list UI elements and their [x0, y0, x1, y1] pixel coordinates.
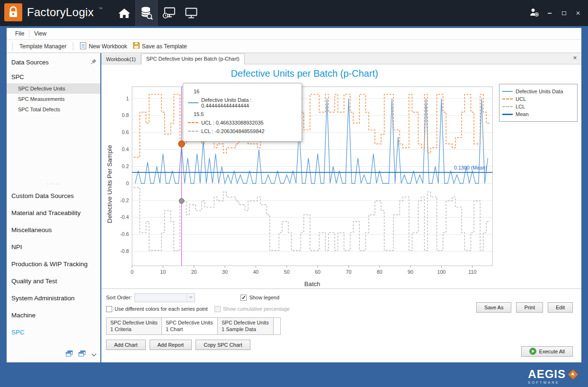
use-different-colors-label: Use different colors for each series poi…	[115, 306, 208, 312]
category-material-traceability[interactable]: Material and Traceability	[7, 205, 100, 222]
category-spc[interactable]: SPC	[7, 324, 100, 341]
aegis-tagline: SOFTWARE	[528, 381, 560, 384]
add-report-button[interactable]: Add Report	[150, 340, 192, 350]
edit-button[interactable]: Edit	[548, 302, 573, 313]
close-button[interactable]: ✕	[575, 9, 581, 17]
category-machine[interactable]: Machine	[7, 307, 100, 324]
tooltip-lcl-row: LCL : -0.206304848559842	[188, 128, 297, 134]
tooltip-ucl-row: UCL : 0.466333088932035	[188, 120, 297, 126]
tab-spc-chart[interactable]: SPC Defective Units per Batch (p-Chart)	[141, 54, 245, 64]
monitor-icon[interactable]	[180, 0, 202, 26]
svg-text:1: 1	[126, 95, 129, 101]
add-buttons-row: Add Chart Add Report Copy SPC Chart	[106, 340, 577, 350]
subtab-stub	[274, 317, 281, 335]
data-sources-panel: Data Sources SPC SPC Defective Units SPC…	[7, 53, 100, 362]
footer: AEGIS SOFTWARE	[7, 362, 581, 387]
show-legend-label: Show legend	[249, 295, 279, 300]
titlebar: FactoryLogix ™	[0, 0, 588, 26]
legend-item: Mean	[502, 111, 574, 117]
svg-text:0.6: 0.6	[122, 129, 129, 135]
tooltip-line-sample	[188, 102, 198, 103]
content-area: Data Sources SPC SPC Defective Units SPC…	[7, 53, 581, 362]
toolbar-grip	[73, 42, 73, 51]
sort-order-label: Sort Order:	[106, 295, 132, 300]
legend-item: LCL	[502, 104, 574, 109]
subtab-chart[interactable]: SPC Defective Units 1 Chart	[162, 317, 218, 335]
spc-chart-plot[interactable]: -0.8-0.6-0.4-0.200.20.40.60.810102030405…	[115, 80, 497, 288]
new-workbook-button[interactable]: New Workbook	[77, 41, 130, 52]
tooltip-x-value: 16	[188, 89, 297, 94]
factorylogix-window: FactoryLogix ™	[0, 0, 588, 387]
tooltip-line-sample	[188, 122, 198, 123]
cascade-windows-icon[interactable]	[66, 350, 73, 359]
sidebar-item-spc-measurements[interactable]: SPC Measurements	[7, 94, 100, 104]
sidebar-section-spc[interactable]: SPC	[7, 70, 100, 83]
execute-icon	[529, 348, 536, 356]
svg-text:0.2: 0.2	[122, 163, 129, 169]
svg-text:0.8: 0.8	[122, 112, 129, 118]
use-different-colors-checkbox[interactable]	[106, 306, 112, 312]
app-title: FactoryLogix	[27, 6, 94, 19]
sidebar-item-spc-total-defects[interactable]: SPC Total Defects	[7, 104, 100, 115]
minimize-button[interactable]	[546, 9, 553, 17]
svg-text:30: 30	[222, 269, 228, 275]
svg-text:-0.2: -0.2	[120, 197, 129, 203]
titlebar-nav	[113, 0, 202, 26]
subtab-sample-data[interactable]: SPC Defective Units 1 Sample Data	[218, 317, 274, 335]
save-as-template-button[interactable]: Save as Template	[130, 41, 190, 52]
sidebar-header: Data Sources	[7, 53, 100, 70]
svg-text:40: 40	[253, 269, 258, 275]
splitter-handle[interactable]: ······	[7, 180, 100, 188]
add-chart-button[interactable]: Add Chart	[106, 340, 146, 350]
sidebar-title: Data Sources	[11, 59, 49, 66]
tab-workbook[interactable]: Workbook(1)	[101, 54, 141, 64]
station-monitor-clock-icon[interactable]	[158, 0, 180, 26]
category-quality-and-test[interactable]: Quality and Test	[7, 273, 100, 290]
tooltip-series-row: Defective Units Data : 0.444444444444444	[188, 97, 297, 108]
legend-line-sample	[502, 91, 513, 92]
svg-text:70: 70	[346, 269, 351, 275]
save-as-button[interactable]: Save As	[476, 302, 511, 313]
chart-title: Defective Units per Batch (p-Chart)	[116, 68, 493, 79]
trademark: ™	[98, 7, 103, 11]
maximize-button[interactable]	[561, 9, 567, 17]
subtab-criteria[interactable]: SPC Defective Units 1 Criteria	[106, 317, 162, 335]
aegis-brand-text: AEGIS	[528, 369, 566, 380]
y-axis-title: Defective Units Per Sample	[104, 80, 115, 288]
svg-text:-0.4: -0.4	[120, 214, 129, 220]
show-legend-checkbox[interactable]	[241, 295, 247, 301]
category-npi[interactable]: NPI	[7, 239, 100, 256]
execute-all-button[interactable]: Execute All	[521, 346, 573, 357]
print-button[interactable]: Print	[516, 302, 543, 313]
svg-text:100: 100	[437, 269, 445, 275]
pin-icon[interactable]	[91, 59, 97, 66]
tab-close-icon[interactable]: ✕	[573, 55, 577, 61]
document-tabstrip: Workbook(1) SPC Defective Units per Batc…	[101, 53, 581, 64]
chevron-down-icon[interactable]	[91, 350, 97, 359]
category-custom-data-sources[interactable]: Custom Data Sources	[7, 188, 100, 205]
template-manager-button[interactable]: Template Manager	[17, 42, 69, 51]
show-cumulative-label: Show cumulative percentage	[223, 306, 290, 312]
chart-region: Defective Units Per Sample -0.8-0.6-0.4-…	[101, 80, 581, 288]
category-miscellaneous[interactable]: Miscellaneous	[7, 222, 100, 239]
factorylogix-logo	[4, 3, 22, 23]
sidebar-item-spc-defective-units[interactable]: SPC Defective Units	[7, 83, 100, 94]
svg-text:-0.8: -0.8	[120, 248, 129, 254]
menu-view[interactable]: View	[30, 29, 50, 38]
chart-controls: Sort Order: Show legend Use different co…	[101, 288, 581, 362]
user-logout-icon[interactable]	[529, 8, 539, 18]
home-icon[interactable]	[113, 0, 135, 26]
show-cumulative-checkbox	[214, 306, 221, 312]
svg-text:0.1300 (Mean): 0.1300 (Mean)	[454, 165, 487, 171]
toolbar: Template Manager New Workbook	[7, 40, 581, 53]
category-system-administration[interactable]: System Administration	[7, 290, 100, 307]
svg-text:60: 60	[315, 269, 321, 275]
category-production-wip-tracking[interactable]: Production & WIP Tracking	[7, 256, 100, 273]
tile-windows-icon[interactable]	[79, 350, 86, 359]
sidebar-bottom-controls	[66, 350, 97, 359]
data-analysis-icon[interactable]	[135, 0, 158, 26]
copy-spc-chart-button[interactable]: Copy SPC Chart	[196, 340, 250, 350]
toolbar-grip	[12, 42, 13, 51]
app-frame: File View Template Manager New Wo	[0, 26, 588, 387]
menu-file[interactable]: File	[11, 29, 28, 38]
